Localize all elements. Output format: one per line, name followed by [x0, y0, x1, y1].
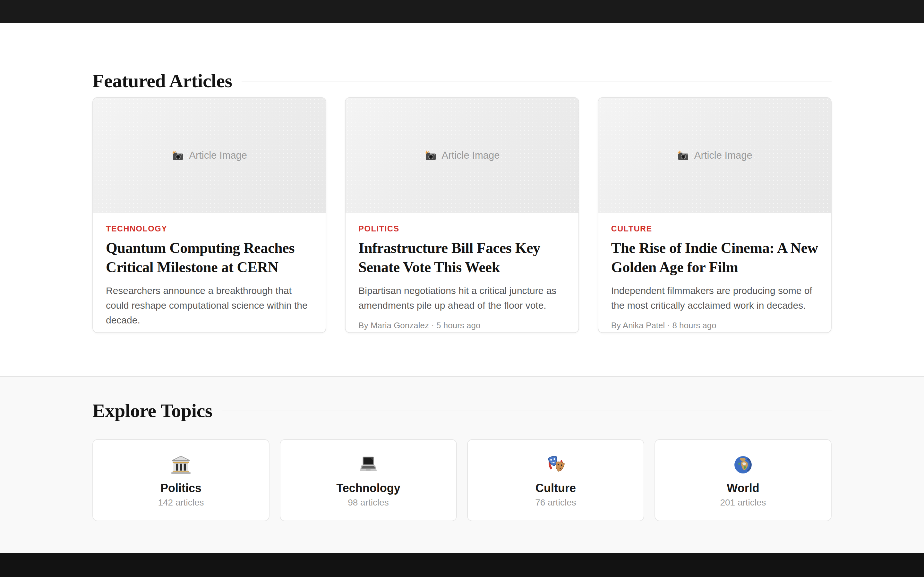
camera-icon [172, 150, 184, 161]
footer-bar [0, 553, 924, 577]
article-image-placeholder: Article Image [598, 98, 831, 213]
topic-count: 76 articles [535, 498, 576, 508]
article-title[interactable]: Quantum Computing Reaches Critical Miles… [106, 239, 313, 277]
article-body: POLITICS Infrastructure Bill Faces Key S… [346, 213, 578, 330]
article-description: Researchers announce a breakthrough that… [106, 284, 313, 327]
classical-building-icon [171, 455, 191, 475]
article-category[interactable]: TECHNOLOGY [106, 225, 313, 233]
featured-heading-row: Featured Articles [92, 70, 832, 92]
topic-label: Culture [535, 482, 576, 495]
article-category[interactable]: POLITICS [359, 225, 565, 233]
topic-card-technology[interactable]: Technology 98 articles [280, 439, 457, 521]
topic-card-world[interactable]: World 201 articles [654, 439, 832, 521]
laptop-icon [359, 455, 378, 475]
article-byline: By Anika Patel · 8 hours ago [611, 321, 818, 330]
article-image-placeholder: Article Image [346, 98, 578, 213]
theater-masks-icon [546, 455, 565, 475]
heading-divider [222, 411, 832, 411]
camera-icon [425, 150, 437, 161]
article-card[interactable]: Article Image POLITICS Infrastructure Bi… [345, 97, 579, 333]
topic-card-politics[interactable]: Politics 142 articles [92, 439, 270, 521]
article-description: Bipartisan negotiations hit a critical j… [359, 284, 565, 313]
topic-grid: Politics 142 articles [92, 439, 832, 521]
article-grid: Article Image TECHNOLOGY Quantum Computi… [92, 97, 832, 333]
topics-heading-row: Explore Topics [92, 400, 832, 422]
camera-icon [677, 150, 689, 161]
article-category[interactable]: CULTURE [611, 225, 818, 233]
featured-section-title: Featured Articles [92, 70, 232, 92]
topic-label: Politics [160, 482, 202, 495]
topic-label: Technology [336, 482, 400, 495]
heading-divider [242, 81, 832, 81]
article-image-placeholder: Article Image [93, 98, 326, 213]
topic-card-culture[interactable]: Culture 76 articles [467, 439, 644, 521]
topic-count: 98 articles [348, 498, 389, 508]
topic-count: 201 articles [720, 498, 766, 508]
topics-section-title: Explore Topics [92, 400, 212, 422]
article-byline: By Maria Gonzalez · 5 hours ago [359, 321, 565, 330]
article-image-label: Article Image [442, 150, 500, 161]
article-title[interactable]: Infrastructure Bill Faces Key Senate Vot… [359, 239, 565, 277]
top-header-bar [0, 0, 924, 23]
topic-count: 142 articles [158, 498, 204, 508]
article-description: Independent filmmakers are producing som… [611, 284, 818, 313]
explore-topics-section: Explore Topics [0, 376, 924, 553]
article-body: TECHNOLOGY Quantum Computing Reaches Cri… [93, 213, 326, 333]
featured-articles-section: Featured Articles Article Image [0, 23, 924, 376]
article-card[interactable]: Article Image CULTURE The Rise of Indie … [598, 97, 832, 333]
article-title[interactable]: The Rise of Indie Cinema: A New Golden A… [611, 239, 818, 277]
article-image-label: Article Image [694, 150, 752, 161]
article-body: CULTURE The Rise of Indie Cinema: A New … [598, 213, 831, 330]
globe-icon [734, 455, 752, 475]
article-card[interactable]: Article Image TECHNOLOGY Quantum Computi… [92, 97, 326, 333]
topic-label: World [727, 482, 759, 495]
article-image-label: Article Image [189, 150, 247, 161]
